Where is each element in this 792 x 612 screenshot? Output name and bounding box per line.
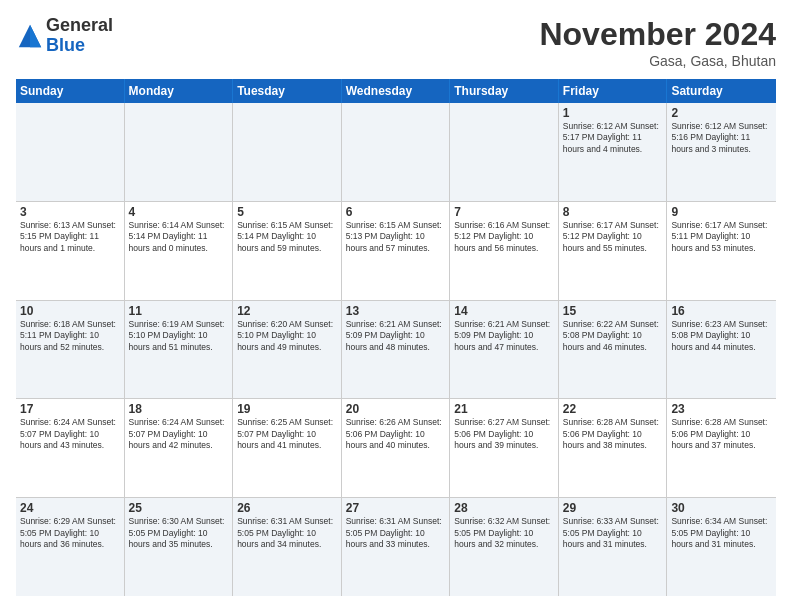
cell-info: Sunrise: 6:18 AM Sunset: 5:11 PM Dayligh… xyxy=(20,319,120,353)
cell-info: Sunrise: 6:27 AM Sunset: 5:06 PM Dayligh… xyxy=(454,417,554,451)
cell-info: Sunrise: 6:32 AM Sunset: 5:05 PM Dayligh… xyxy=(454,516,554,550)
calendar-cell: 23Sunrise: 6:28 AM Sunset: 5:06 PM Dayli… xyxy=(667,399,776,497)
cell-info: Sunrise: 6:22 AM Sunset: 5:08 PM Dayligh… xyxy=(563,319,663,353)
day-number: 22 xyxy=(563,402,663,416)
day-number: 25 xyxy=(129,501,229,515)
day-number: 7 xyxy=(454,205,554,219)
calendar-cell: 25Sunrise: 6:30 AM Sunset: 5:05 PM Dayli… xyxy=(125,498,234,596)
calendar-cell: 2Sunrise: 6:12 AM Sunset: 5:16 PM Daylig… xyxy=(667,103,776,201)
day-number: 6 xyxy=(346,205,446,219)
calendar-cell: 9Sunrise: 6:17 AM Sunset: 5:11 PM Daylig… xyxy=(667,202,776,300)
calendar-body: 1Sunrise: 6:12 AM Sunset: 5:17 PM Daylig… xyxy=(16,103,776,596)
day-number: 14 xyxy=(454,304,554,318)
cell-info: Sunrise: 6:15 AM Sunset: 5:13 PM Dayligh… xyxy=(346,220,446,254)
cell-info: Sunrise: 6:21 AM Sunset: 5:09 PM Dayligh… xyxy=(346,319,446,353)
header-day-wednesday: Wednesday xyxy=(342,79,451,103)
calendar-cell xyxy=(16,103,125,201)
cell-info: Sunrise: 6:31 AM Sunset: 5:05 PM Dayligh… xyxy=(346,516,446,550)
calendar: SundayMondayTuesdayWednesdayThursdayFrid… xyxy=(16,79,776,596)
cell-info: Sunrise: 6:12 AM Sunset: 5:17 PM Dayligh… xyxy=(563,121,663,155)
calendar-cell: 21Sunrise: 6:27 AM Sunset: 5:06 PM Dayli… xyxy=(450,399,559,497)
header: General Blue November 2024 Gasa, Gasa, B… xyxy=(16,16,776,69)
logo-text: General Blue xyxy=(46,16,113,56)
calendar-cell: 14Sunrise: 6:21 AM Sunset: 5:09 PM Dayli… xyxy=(450,301,559,399)
calendar-cell: 20Sunrise: 6:26 AM Sunset: 5:06 PM Dayli… xyxy=(342,399,451,497)
day-number: 5 xyxy=(237,205,337,219)
day-number: 8 xyxy=(563,205,663,219)
cell-info: Sunrise: 6:24 AM Sunset: 5:07 PM Dayligh… xyxy=(20,417,120,451)
calendar-cell: 18Sunrise: 6:24 AM Sunset: 5:07 PM Dayli… xyxy=(125,399,234,497)
header-day-friday: Friday xyxy=(559,79,668,103)
day-number: 3 xyxy=(20,205,120,219)
day-number: 28 xyxy=(454,501,554,515)
day-number: 30 xyxy=(671,501,772,515)
calendar-cell: 19Sunrise: 6:25 AM Sunset: 5:07 PM Dayli… xyxy=(233,399,342,497)
cell-info: Sunrise: 6:25 AM Sunset: 5:07 PM Dayligh… xyxy=(237,417,337,451)
cell-info: Sunrise: 6:28 AM Sunset: 5:06 PM Dayligh… xyxy=(563,417,663,451)
cell-info: Sunrise: 6:17 AM Sunset: 5:12 PM Dayligh… xyxy=(563,220,663,254)
calendar-cell: 30Sunrise: 6:34 AM Sunset: 5:05 PM Dayli… xyxy=(667,498,776,596)
day-number: 9 xyxy=(671,205,772,219)
day-number: 23 xyxy=(671,402,772,416)
calendar-cell: 17Sunrise: 6:24 AM Sunset: 5:07 PM Dayli… xyxy=(16,399,125,497)
header-day-tuesday: Tuesday xyxy=(233,79,342,103)
day-number: 26 xyxy=(237,501,337,515)
cell-info: Sunrise: 6:23 AM Sunset: 5:08 PM Dayligh… xyxy=(671,319,772,353)
calendar-cell xyxy=(450,103,559,201)
day-number: 18 xyxy=(129,402,229,416)
cell-info: Sunrise: 6:34 AM Sunset: 5:05 PM Dayligh… xyxy=(671,516,772,550)
logo-general-text: General xyxy=(46,16,113,36)
calendar-cell: 7Sunrise: 6:16 AM Sunset: 5:12 PM Daylig… xyxy=(450,202,559,300)
calendar-row: 10Sunrise: 6:18 AM Sunset: 5:11 PM Dayli… xyxy=(16,301,776,400)
cell-info: Sunrise: 6:13 AM Sunset: 5:15 PM Dayligh… xyxy=(20,220,120,254)
logo: General Blue xyxy=(16,16,113,56)
calendar-cell: 4Sunrise: 6:14 AM Sunset: 5:14 PM Daylig… xyxy=(125,202,234,300)
month-title: November 2024 xyxy=(539,16,776,53)
title-section: November 2024 Gasa, Gasa, Bhutan xyxy=(539,16,776,69)
calendar-cell: 16Sunrise: 6:23 AM Sunset: 5:08 PM Dayli… xyxy=(667,301,776,399)
calendar-cell: 8Sunrise: 6:17 AM Sunset: 5:12 PM Daylig… xyxy=(559,202,668,300)
page: General Blue November 2024 Gasa, Gasa, B… xyxy=(0,0,792,612)
calendar-cell: 11Sunrise: 6:19 AM Sunset: 5:10 PM Dayli… xyxy=(125,301,234,399)
calendar-cell: 27Sunrise: 6:31 AM Sunset: 5:05 PM Dayli… xyxy=(342,498,451,596)
cell-info: Sunrise: 6:28 AM Sunset: 5:06 PM Dayligh… xyxy=(671,417,772,451)
calendar-cell: 22Sunrise: 6:28 AM Sunset: 5:06 PM Dayli… xyxy=(559,399,668,497)
header-day-saturday: Saturday xyxy=(667,79,776,103)
day-number: 21 xyxy=(454,402,554,416)
day-number: 13 xyxy=(346,304,446,318)
day-number: 10 xyxy=(20,304,120,318)
calendar-cell: 3Sunrise: 6:13 AM Sunset: 5:15 PM Daylig… xyxy=(16,202,125,300)
location: Gasa, Gasa, Bhutan xyxy=(539,53,776,69)
header-day-thursday: Thursday xyxy=(450,79,559,103)
calendar-cell: 28Sunrise: 6:32 AM Sunset: 5:05 PM Dayli… xyxy=(450,498,559,596)
calendar-cell: 29Sunrise: 6:33 AM Sunset: 5:05 PM Dayli… xyxy=(559,498,668,596)
calendar-cell: 1Sunrise: 6:12 AM Sunset: 5:17 PM Daylig… xyxy=(559,103,668,201)
day-number: 29 xyxy=(563,501,663,515)
cell-info: Sunrise: 6:26 AM Sunset: 5:06 PM Dayligh… xyxy=(346,417,446,451)
calendar-cell xyxy=(125,103,234,201)
calendar-cell xyxy=(233,103,342,201)
calendar-cell: 15Sunrise: 6:22 AM Sunset: 5:08 PM Dayli… xyxy=(559,301,668,399)
cell-info: Sunrise: 6:17 AM Sunset: 5:11 PM Dayligh… xyxy=(671,220,772,254)
day-number: 19 xyxy=(237,402,337,416)
day-number: 17 xyxy=(20,402,120,416)
cell-info: Sunrise: 6:20 AM Sunset: 5:10 PM Dayligh… xyxy=(237,319,337,353)
day-number: 15 xyxy=(563,304,663,318)
cell-info: Sunrise: 6:16 AM Sunset: 5:12 PM Dayligh… xyxy=(454,220,554,254)
calendar-cell: 26Sunrise: 6:31 AM Sunset: 5:05 PM Dayli… xyxy=(233,498,342,596)
calendar-row: 24Sunrise: 6:29 AM Sunset: 5:05 PM Dayli… xyxy=(16,498,776,596)
calendar-cell: 10Sunrise: 6:18 AM Sunset: 5:11 PM Dayli… xyxy=(16,301,125,399)
cell-info: Sunrise: 6:21 AM Sunset: 5:09 PM Dayligh… xyxy=(454,319,554,353)
day-number: 11 xyxy=(129,304,229,318)
logo-icon xyxy=(16,22,44,50)
calendar-cell: 5Sunrise: 6:15 AM Sunset: 5:14 PM Daylig… xyxy=(233,202,342,300)
day-number: 27 xyxy=(346,501,446,515)
calendar-row: 1Sunrise: 6:12 AM Sunset: 5:17 PM Daylig… xyxy=(16,103,776,202)
day-number: 20 xyxy=(346,402,446,416)
cell-info: Sunrise: 6:29 AM Sunset: 5:05 PM Dayligh… xyxy=(20,516,120,550)
header-day-sunday: Sunday xyxy=(16,79,125,103)
calendar-cell: 6Sunrise: 6:15 AM Sunset: 5:13 PM Daylig… xyxy=(342,202,451,300)
day-number: 4 xyxy=(129,205,229,219)
day-number: 12 xyxy=(237,304,337,318)
calendar-cell: 24Sunrise: 6:29 AM Sunset: 5:05 PM Dayli… xyxy=(16,498,125,596)
